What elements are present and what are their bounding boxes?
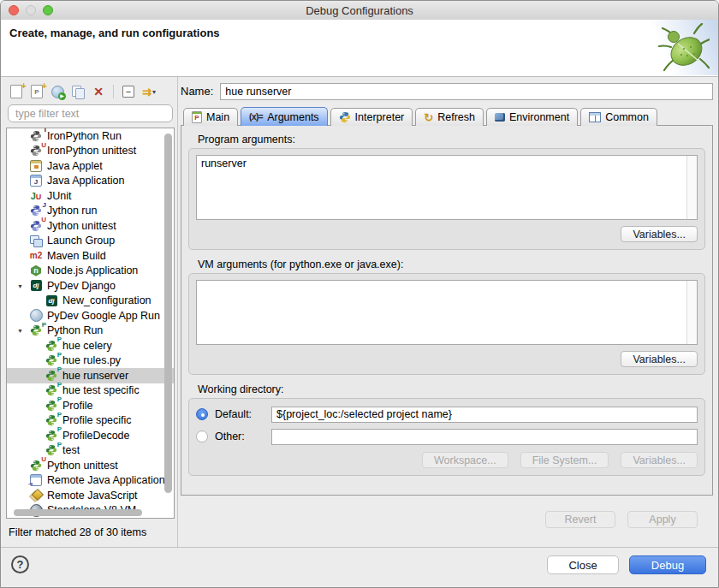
- filter-input[interactable]: [8, 104, 173, 122]
- close-button[interactable]: Close: [547, 555, 619, 574]
- tree-item-pydev-google-app-run[interactable]: PyDev Google App Run: [7, 308, 174, 324]
- tree-item-label: New_configuration: [62, 294, 152, 306]
- python-run-icon: P: [45, 369, 58, 382]
- debug-configurations-dialog: Debug Configurations Create, manage, and…: [0, 0, 719, 588]
- tab-common[interactable]: Common: [580, 108, 657, 126]
- tree-item-hue-runserver[interactable]: Phue runserver: [7, 368, 174, 383]
- tree-item-label: Profile specific: [62, 414, 132, 426]
- tree-item-label: Jython run: [47, 205, 97, 217]
- tab-arguments[interactable]: (x)=Arguments: [241, 107, 328, 126]
- revert-button[interactable]: Revert: [545, 511, 615, 528]
- configuration-tree[interactable]: IIronPython RunUIronPython unittestJava …: [6, 128, 175, 519]
- sidebar-toolbar: +P+▶✕−⇉▾: [6, 81, 175, 102]
- debug-button[interactable]: Debug: [629, 555, 706, 574]
- vm-arguments-label: VM arguments (for python.exe or java.exe…: [198, 258, 705, 270]
- tree-item-python-run[interactable]: ▼PPython Run: [7, 324, 174, 339]
- tree-horizontal-scrollbar[interactable]: [14, 509, 142, 516]
- tab-label: Common: [605, 111, 649, 123]
- working-directory-group: Default: Other: Workspace...File System.…: [188, 398, 705, 476]
- vm-arguments-textarea[interactable]: [196, 280, 698, 345]
- expand-arrow-icon[interactable]: ▼: [17, 328, 23, 334]
- tab-refresh[interactable]: ↻Refresh: [415, 108, 484, 126]
- tree-item-python-unittest[interactable]: UPython unittest: [7, 458, 174, 473]
- apply-button[interactable]: Apply: [627, 511, 698, 528]
- working-directory-label: Working directory:: [198, 383, 705, 395]
- name-input[interactable]: [220, 83, 713, 100]
- expand-arrow-icon[interactable]: ▼: [17, 282, 23, 288]
- tree-item-hue-rules-py[interactable]: Phue rules.py: [7, 353, 174, 369]
- tab-label: Environment: [509, 111, 569, 123]
- tree-item-maven-build[interactable]: m2Maven Build: [7, 248, 174, 264]
- default-directory-input[interactable]: [271, 407, 698, 423]
- django-icon: dj: [29, 279, 43, 292]
- remote-js-icon: [29, 489, 43, 502]
- tab-label: Main: [206, 111, 229, 123]
- tree-item-profile[interactable]: PProfile: [7, 398, 174, 413]
- tree-item-profiledecode[interactable]: PProfileDecode: [7, 428, 174, 443]
- new-prototype-icon[interactable]: P+: [28, 83, 45, 100]
- arguments-tab-icon: (x)=: [249, 112, 263, 122]
- tree-item-test[interactable]: Ptest: [7, 443, 174, 459]
- tree-item-new-configuration[interactable]: djNew_configuration: [7, 294, 174, 309]
- refresh-tab-icon: ↻: [424, 111, 433, 124]
- tree-item-label: hue runserver: [62, 370, 128, 382]
- tree-item-jython-run[interactable]: JJython run: [7, 204, 174, 219]
- ironpython-unittest-icon: U: [29, 145, 43, 157]
- tree-item-label: Python Run: [47, 324, 103, 336]
- tree-item-java-applet[interactable]: Java Applet: [7, 158, 174, 174]
- file-system-button[interactable]: File System...: [520, 452, 609, 468]
- other-radio[interactable]: [196, 431, 208, 442]
- tree-item-label: PyDev Google App Run: [47, 310, 160, 322]
- tab-environment[interactable]: Environment: [486, 108, 578, 126]
- working-directory-buttons: Workspace...File System...Variables...: [196, 452, 698, 468]
- tree-item-label: Launch Group: [47, 235, 115, 246]
- launch-group-icon: [29, 235, 43, 247]
- tree-vertical-scrollbar[interactable]: [164, 134, 172, 493]
- variables-button[interactable]: Variables...: [621, 452, 698, 468]
- workspace-button[interactable]: Workspace...: [422, 452, 508, 468]
- tree-item-ironpython-unittest[interactable]: UIronPython unittest: [7, 144, 174, 159]
- interpreter-tab-icon: [339, 111, 351, 123]
- tree-item-pydev-django[interactable]: ▼djPyDev Django: [7, 278, 174, 294]
- tree-item-jython-unittest[interactable]: UJython unittest: [7, 218, 174, 234]
- configuration-detail-panel: Name: PMain(x)=ArgumentsInterpreter↻Refr…: [181, 82, 713, 528]
- delete-icon[interactable]: ✕: [90, 83, 107, 100]
- default-radio[interactable]: [196, 408, 208, 420]
- python-run-icon: P: [45, 354, 58, 367]
- tree-item-junit[interactable]: JUJUnit: [7, 188, 174, 204]
- python-run-icon: P: [29, 324, 43, 337]
- python-run-icon: P: [45, 399, 58, 412]
- program-arguments-textarea[interactable]: runserver: [196, 155, 698, 220]
- tree-item-label: Java Application: [47, 175, 124, 187]
- apply-revert-row: Revert Apply: [181, 511, 713, 528]
- window-title: Debug Configurations: [1, 4, 718, 17]
- other-directory-input[interactable]: [271, 429, 698, 445]
- tree-item-remote-javascript[interactable]: Remote JavaScript: [7, 488, 174, 503]
- tree-item-launch-group[interactable]: Launch Group: [7, 234, 174, 249]
- tree-item-node-js-application[interactable]: nNode.js Application: [7, 264, 174, 279]
- other-radio-label: Other:: [215, 431, 264, 442]
- collapse-all-icon[interactable]: −: [120, 83, 137, 100]
- tree-item-profile-specific[interactable]: PProfile specific: [7, 413, 174, 429]
- tree-item-hue-celery[interactable]: Phue celery: [7, 338, 174, 353]
- tab-interpreter[interactable]: Interpreter: [330, 108, 413, 126]
- ironpython-run-icon: I: [29, 129, 43, 142]
- tree-item-label: JUnit: [47, 190, 71, 202]
- program-arguments-variables-button[interactable]: Variables...: [621, 226, 698, 242]
- tree-item-label: ProfileDecode: [62, 430, 130, 442]
- tab-main[interactable]: PMain: [183, 108, 238, 126]
- name-row: Name:: [181, 82, 713, 100]
- python-run-icon: P: [45, 414, 58, 427]
- export-configurations-icon[interactable]: ▶: [49, 83, 66, 100]
- tree-item-ironpython-run[interactable]: IIronPython Run: [7, 128, 174, 144]
- java-application-icon: J: [29, 175, 43, 187]
- duplicate-icon[interactable]: [69, 83, 86, 100]
- tree-item-remote-java-application[interactable]: ➜Remote Java Application: [7, 473, 174, 489]
- filter-icon[interactable]: ⇉▾: [140, 83, 157, 100]
- tree-item-hue-test-specific[interactable]: Phue test specific: [7, 383, 174, 399]
- title-bar: Debug Configurations: [1, 1, 718, 21]
- help-button[interactable]: ?: [11, 555, 29, 573]
- tree-item-java-application[interactable]: JJava Application: [7, 174, 174, 189]
- new-configuration-icon[interactable]: +: [8, 83, 25, 100]
- vm-arguments-variables-button[interactable]: Variables...: [621, 351, 698, 367]
